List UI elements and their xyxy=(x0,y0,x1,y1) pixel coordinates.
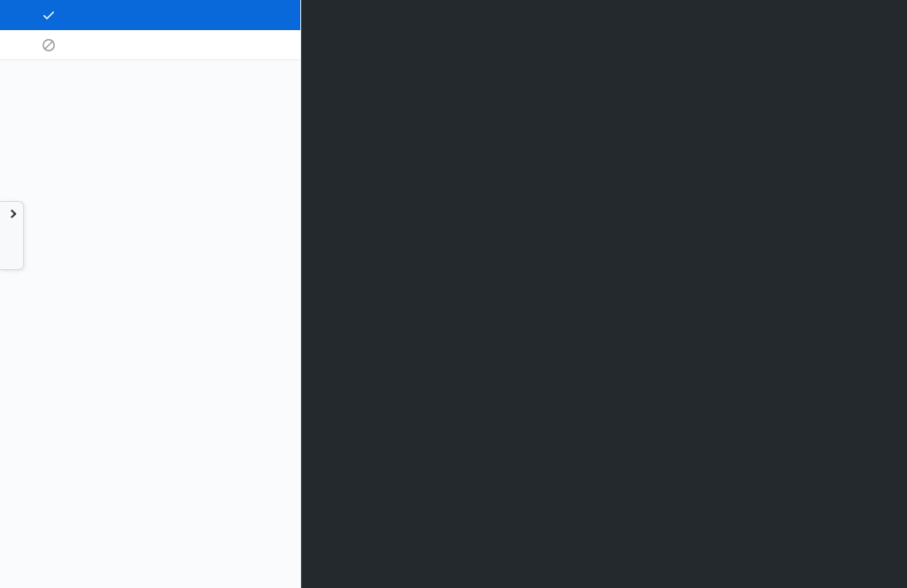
skip-icon xyxy=(41,37,56,52)
check-icon xyxy=(41,8,56,23)
log-panel xyxy=(301,0,907,588)
jobs-sidebar xyxy=(0,0,301,588)
octotree-toggle-tab[interactable] xyxy=(0,201,24,270)
sidebar-item-close-pull-request-job[interactable] xyxy=(0,30,300,60)
chevron-right-icon xyxy=(7,210,16,219)
workflow-run-page xyxy=(0,0,907,588)
sidebar-item-build-and-deploy-job[interactable] xyxy=(0,0,300,30)
